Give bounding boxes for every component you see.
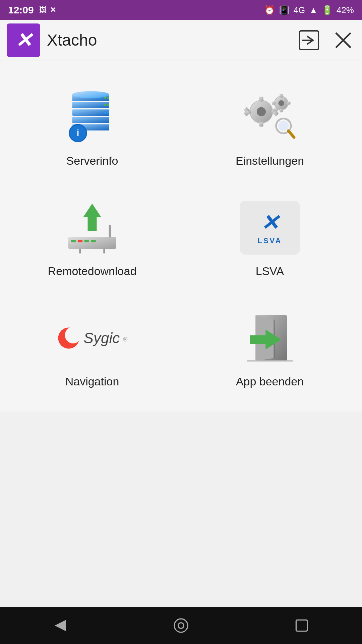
- navigation-bar: [0, 607, 362, 644]
- svg-text:i: i: [77, 128, 79, 138]
- header-actions: [297, 28, 355, 52]
- svg-rect-38: [68, 237, 116, 249]
- svg-rect-31: [280, 94, 283, 97]
- svg-marker-46: [83, 204, 101, 231]
- status-time: 12:09: [8, 4, 34, 16]
- status-right: ⏰ 📳 4G ▲ 🔋 42%: [264, 5, 354, 15]
- login-button[interactable]: [297, 28, 321, 52]
- svg-rect-45: [109, 225, 111, 237]
- alarm-icon: ⏰: [264, 5, 275, 15]
- main-content: i Serverinfo: [0, 60, 362, 412]
- svg-point-12: [104, 104, 106, 106]
- svg-rect-7: [72, 117, 110, 123]
- remotedownload-icon: [59, 198, 126, 258]
- lsva-x-letter: ✕: [261, 210, 279, 235]
- serverinfo-item[interactable]: i Serverinfo: [7, 74, 178, 177]
- einstellungen-item[interactable]: Einstellungen: [184, 74, 355, 177]
- svg-point-9: [72, 91, 110, 98]
- lsva-text: LSVA: [257, 236, 282, 245]
- sygic-wordmark: Sygic: [84, 330, 120, 346]
- recents-icon: [293, 617, 310, 634]
- svg-point-15: [107, 111, 109, 114]
- serverinfo-icon: i: [59, 87, 126, 148]
- login-icon: [299, 30, 319, 50]
- svg-point-13: [107, 104, 109, 106]
- exit-door-svg: [240, 310, 300, 367]
- lsva-item[interactable]: ✕ LSVA LSVA: [184, 184, 355, 288]
- svg-point-14: [104, 111, 106, 114]
- status-left: 12:09 🖼 ✕: [8, 4, 56, 16]
- photo-icon: 🖼: [39, 6, 47, 14]
- remotedownload-svg: [60, 198, 124, 258]
- status-icons: 🖼 ✕: [39, 6, 56, 14]
- navigation-icon: Sygic ®: [59, 308, 126, 368]
- home-icon: [173, 617, 189, 634]
- close-icon: [333, 30, 353, 50]
- app-title: Xtacho: [47, 31, 297, 49]
- battery-level: 42%: [337, 5, 354, 15]
- back-icon: [52, 617, 69, 634]
- einstellungen-icon: [236, 87, 303, 148]
- recents-button[interactable]: [288, 612, 315, 639]
- svg-point-58: [178, 623, 184, 629]
- svg-rect-39: [71, 240, 76, 242]
- app-logo: ✕: [7, 23, 40, 57]
- appbeenden-item[interactable]: App beenden: [184, 294, 355, 398]
- svg-rect-40: [78, 240, 82, 242]
- svg-rect-5: [72, 102, 110, 108]
- svg-point-11: [107, 97, 109, 99]
- signal-icon: ▲: [309, 5, 318, 15]
- home-button[interactable]: [168, 612, 194, 639]
- lsva-label: LSVA: [256, 265, 284, 278]
- svg-rect-32: [280, 109, 283, 112]
- sygic-registered: ®: [123, 336, 127, 343]
- einstellungen-label: Einstellungen: [236, 154, 304, 167]
- svg-rect-33: [287, 102, 290, 105]
- server-svg: i: [62, 89, 122, 146]
- svg-rect-34: [272, 102, 276, 105]
- svg-point-30: [279, 100, 284, 106]
- svg-rect-41: [84, 240, 89, 242]
- svg-rect-6: [72, 109, 110, 116]
- logo-x: ✕: [15, 29, 32, 52]
- serverinfo-label: Serverinfo: [66, 154, 118, 167]
- battery-icon: 🔋: [322, 5, 333, 15]
- svg-rect-42: [91, 240, 96, 242]
- svg-point-20: [257, 107, 266, 116]
- remotedownload-label: Remotedownload: [48, 265, 137, 278]
- svg-rect-59: [296, 620, 307, 631]
- app-grid: i Serverinfo: [7, 74, 355, 398]
- svg-rect-22: [259, 122, 263, 127]
- lsva-box: ✕ LSVA: [240, 201, 300, 255]
- svg-point-36: [279, 121, 289, 131]
- appbeenden-label: App beenden: [236, 375, 304, 388]
- svg-line-37: [288, 131, 294, 138]
- status-bar: 12:09 🖼 ✕ ⏰ 📳 4G ▲ 🔋 42%: [0, 0, 362, 20]
- remotedownload-item[interactable]: Remotedownload: [7, 184, 178, 288]
- svg-marker-56: [55, 620, 66, 631]
- close-button[interactable]: [331, 28, 355, 52]
- x-notification-icon: ✕: [50, 6, 56, 14]
- appbeenden-icon: [236, 308, 303, 368]
- vibrate-icon: 📳: [279, 5, 290, 15]
- back-button[interactable]: [47, 612, 74, 639]
- gears-svg: [240, 89, 300, 146]
- navigation-item[interactable]: Sygic ® Navigation: [7, 294, 178, 398]
- lsva-icon: ✕ LSVA: [236, 198, 303, 258]
- svg-point-57: [174, 619, 188, 632]
- network-label: 4G: [294, 5, 305, 15]
- sygic-crescent-icon: [57, 326, 80, 350]
- sygic-logo: Sygic ®: [57, 326, 128, 350]
- svg-point-10: [104, 97, 106, 99]
- svg-rect-21: [259, 97, 263, 102]
- navigation-label: Navigation: [65, 375, 119, 388]
- app-header: ✕ Xtacho: [0, 20, 362, 60]
